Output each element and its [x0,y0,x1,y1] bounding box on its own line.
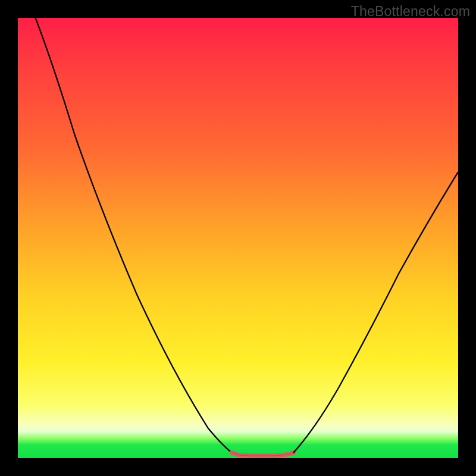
right-curve [293,172,458,453]
chart-svg [18,18,458,458]
chart-frame: TheBottleneck.com [0,0,476,476]
plot-area [18,18,458,458]
left-curve [36,18,232,453]
watermark-text: TheBottleneck.com [351,4,470,20]
